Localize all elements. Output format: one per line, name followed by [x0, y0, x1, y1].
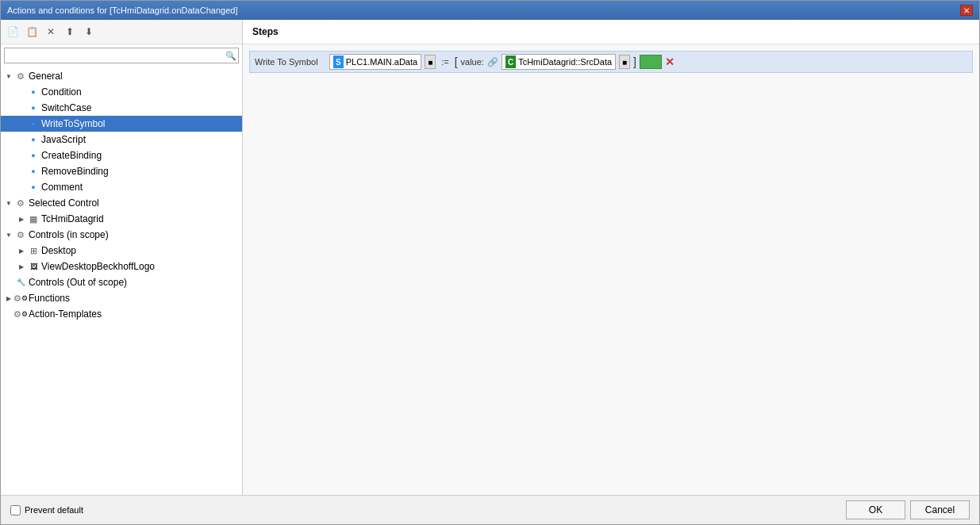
- tree-item-desktop[interactable]: Desktop: [1, 243, 242, 259]
- gear-icon-general: [15, 71, 26, 82]
- search-input[interactable]: [4, 48, 239, 63]
- tree-label-functions: Functions: [29, 293, 70, 304]
- ok-button[interactable]: OK: [846, 500, 905, 519]
- tree-panel: General Condition SwitchCase WriteToSymb…: [1, 67, 242, 495]
- move-up-button[interactable]: ⬆: [61, 23, 79, 40]
- tree-label-controls-out-of-scope: Controls (Out of scope): [29, 277, 127, 288]
- tree-label-writetosymbol: WriteToSymbol: [41, 118, 105, 129]
- expander-viewdesktopbeckhofflogo: [17, 262, 26, 271]
- tree-item-removebinding[interactable]: RemoveBinding: [1, 163, 242, 179]
- tree-item-controls-in-scope[interactable]: Controls (in scope): [1, 227, 242, 243]
- expander-createbinding: [17, 151, 26, 160]
- gear-icon-selected-control: [15, 197, 26, 209]
- step-symbol-plc1[interactable]: S PLC1.MAIN.aData: [329, 54, 421, 70]
- tree-label-removebinding: RemoveBinding: [41, 166, 109, 177]
- tree-item-viewdesktopbeckhofflogo[interactable]: ViewDesktopBeckhoffLogo: [1, 259, 242, 274]
- search-icon: 🔍: [225, 51, 236, 61]
- gear-icon-controls-in-scope: [15, 229, 26, 240]
- blue-circle-icon-switchcase: [28, 102, 39, 113]
- blue-circle-icon-createbinding: [28, 150, 39, 161]
- move-down-button[interactable]: ⬇: [80, 23, 98, 40]
- symbol-control-value: TcHmiDatagrid::SrcData: [518, 57, 612, 67]
- tree-label-switchcase: SwitchCase: [41, 102, 91, 113]
- step-value-label: value:: [461, 57, 484, 67]
- gear-icon-functions: ⚙: [15, 293, 26, 304]
- tree-label-action-templates: Action-Templates: [29, 308, 102, 320]
- image-icon-viewdesktopbeckhofflogo: [28, 261, 39, 272]
- step-green-button[interactable]: [640, 55, 662, 69]
- blue-circle-icon-comment: [28, 182, 39, 193]
- new-action-button[interactable]: 📄: [4, 23, 21, 40]
- tree-item-switchcase[interactable]: SwitchCase: [1, 100, 242, 116]
- expander-action-templates: [4, 309, 13, 319]
- steps-header: Steps: [243, 20, 979, 44]
- tree-label-tchmi-datagrid: TcHmiDatagrid: [41, 213, 104, 224]
- step-bracket-close: ]: [633, 56, 636, 68]
- desktop-icon-desktop: [28, 245, 39, 256]
- title-bar-text: Actions and conditions for [TcHmiDatagri…: [7, 6, 237, 15]
- expander-comment: [17, 182, 26, 192]
- expander-general: [4, 71, 13, 81]
- expander-desktop: [17, 246, 26, 255]
- dialog-body: 📄 📋 ✕ ⬆ ⬇ 🔍 General: [1, 20, 979, 495]
- step-row-write-to-symbol: Write To Symbol S PLC1.MAIN.aData ■ := […: [249, 51, 973, 73]
- step-options-button-left[interactable]: ■: [425, 55, 436, 69]
- prevent-default-container: Prevent default: [10, 505, 83, 515]
- right-panel: Steps Write To Symbol S PLC1.MAIN.aData …: [243, 20, 979, 495]
- tree-label-comment: Comment: [41, 182, 83, 193]
- cancel-button[interactable]: Cancel: [910, 500, 970, 519]
- dialog-footer: Prevent default OK Cancel: [1, 495, 979, 524]
- expander-tchmi-datagrid: [17, 214, 26, 224]
- tree-item-comment[interactable]: Comment: [1, 179, 242, 195]
- delete-button[interactable]: ✕: [42, 23, 60, 40]
- expander-selected-control: [4, 198, 13, 208]
- tree-item-selected-control[interactable]: Selected Control: [1, 195, 242, 211]
- blue-circle-icon-writetosymbol: [28, 118, 39, 129]
- search-box: 🔍: [4, 48, 239, 63]
- step-symbol-control[interactable]: C TcHmiDatagrid::SrcData: [502, 54, 616, 70]
- symbol-s-badge: S: [333, 56, 344, 68]
- tree-item-general[interactable]: General: [1, 68, 242, 84]
- close-window-button[interactable]: ✕: [960, 5, 973, 16]
- step-options-button-right[interactable]: ■: [619, 55, 630, 69]
- dialog-window: Actions and conditions for [TcHmiDatagri…: [0, 0, 980, 525]
- action-toolbar: 📄 📋 ✕ ⬆ ⬇: [1, 20, 242, 44]
- tree-label-controls-in-scope: Controls (in scope): [29, 229, 109, 240]
- expander-javascript: [17, 135, 26, 144]
- step-delete-button[interactable]: ✕: [665, 56, 674, 68]
- tree-item-javascript[interactable]: JavaScript: [1, 132, 242, 148]
- expander-controls-in-scope: [4, 230, 13, 240]
- step-operator: :=: [439, 57, 451, 67]
- tree-item-functions[interactable]: ⚙ Functions: [1, 290, 242, 306]
- expander-condition: [17, 87, 26, 97]
- link-icon: 🔗: [487, 57, 498, 67]
- blue-circle-icon-removebinding: [28, 166, 39, 177]
- expander-controls-out-of-scope: [4, 278, 13, 287]
- tree-item-controls-out-of-scope[interactable]: Controls (Out of scope): [1, 274, 242, 290]
- tree-label-javascript: JavaScript: [41, 134, 86, 145]
- gear-icon-action-templates: ⚙: [15, 308, 26, 320]
- prevent-default-checkbox[interactable]: [10, 505, 21, 515]
- footer-buttons: OK Cancel: [846, 500, 970, 519]
- tree-label-viewdesktopbeckhofflogo: ViewDesktopBeckhoffLogo: [41, 261, 155, 272]
- prevent-default-label: Prevent default: [25, 505, 83, 515]
- tree-item-condition[interactable]: Condition: [1, 84, 242, 100]
- symbol-plc1-value: PLC1.MAIN.aData: [346, 57, 417, 67]
- wrench-icon-controls-out-of-scope: [15, 277, 26, 288]
- copy-button[interactable]: 📋: [23, 23, 40, 40]
- tree-label-selected-control: Selected Control: [29, 197, 99, 209]
- left-panel: 📄 📋 ✕ ⬆ ⬇ 🔍 General: [1, 20, 243, 495]
- tree-label-createbinding: CreateBinding: [41, 150, 102, 161]
- expander-writetosymbol: [17, 119, 26, 128]
- blue-circle-icon-condition: [28, 86, 39, 98]
- step-bracket-open: [: [455, 56, 458, 68]
- blue-circle-icon-javascript: [28, 134, 39, 145]
- tree-item-writetosymbol[interactable]: WriteToSymbol: [1, 116, 242, 132]
- title-bar: Actions and conditions for [TcHmiDatagri…: [1, 1, 979, 20]
- tree-item-createbinding[interactable]: CreateBinding: [1, 148, 242, 163]
- tree-item-tchmi-datagrid[interactable]: TcHmiDatagrid: [1, 211, 242, 227]
- tree-label-condition: Condition: [41, 86, 82, 98]
- grid-icon-tchmi-datagrid: [28, 213, 39, 224]
- tree-item-action-templates[interactable]: ⚙ Action-Templates: [1, 306, 242, 322]
- symbol-c-badge: C: [505, 56, 516, 68]
